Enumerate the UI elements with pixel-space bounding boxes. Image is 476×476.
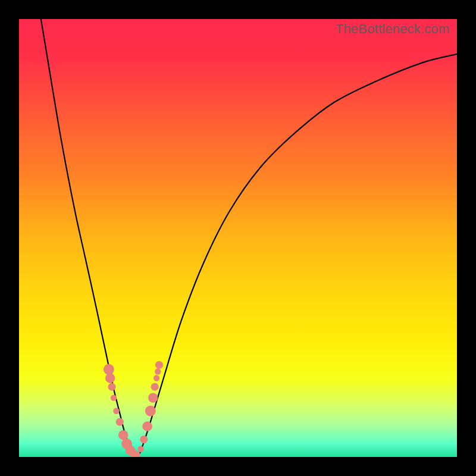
highlight-marker	[108, 383, 116, 391]
highlight-marker	[116, 418, 124, 426]
bottleneck-v-curve	[41, 19, 457, 457]
highlight-marker	[111, 394, 117, 400]
highlight-markers	[104, 361, 163, 457]
highlight-marker	[140, 436, 148, 443]
highlight-marker	[151, 383, 159, 391]
watermark-text: TheBottleneck.com	[336, 21, 450, 37]
highlight-marker	[104, 364, 114, 375]
highlight-marker	[105, 373, 115, 383]
chart-frame: TheBottleneck.com	[0, 0, 476, 476]
highlight-marker	[154, 375, 159, 381]
curve-overlay	[19, 19, 457, 457]
highlight-marker	[142, 421, 152, 431]
plot-area: TheBottleneck.com	[19, 19, 457, 457]
highlight-marker	[155, 368, 161, 374]
highlight-marker	[113, 408, 119, 414]
highlight-marker	[155, 361, 163, 369]
highlight-marker	[148, 393, 158, 402]
highlight-marker	[137, 446, 143, 452]
highlight-marker	[145, 406, 156, 416]
